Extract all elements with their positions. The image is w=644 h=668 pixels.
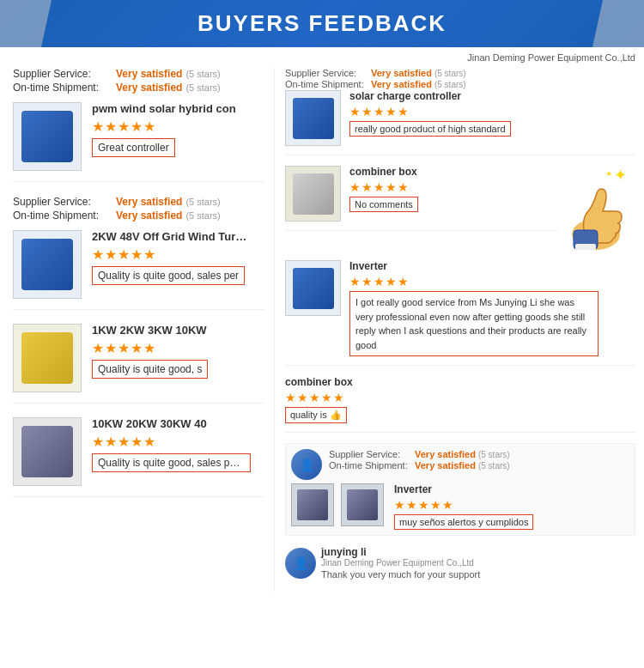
- sub-block-content: 👤 Supplier Service: Very satisfied (5 st…: [291, 449, 629, 480]
- sub-ontime-stars: (5 stars): [478, 461, 510, 471]
- user-company: Jinan Deming Power Equipment Co.,Ltd: [321, 558, 480, 568]
- ribbon-right: [592, 0, 644, 47]
- user-info: junying li Jinan Deming Power Equipment …: [321, 546, 480, 580]
- product-title-2: 2KW 48V Off Grid Wind Turbin: [92, 230, 251, 243]
- sub-supplier-stars: (5 stars): [478, 450, 510, 459]
- service-row-supplier-1: Supplier Service: Very satisfied (5 star…: [13, 68, 265, 80]
- r-product-img-inner-3: [293, 268, 334, 309]
- product-stars-1: ★★★★★: [92, 118, 265, 135]
- right-feedback-block-2-wrapper: combiner box ★★★★★ No comments ✦ ✦: [285, 166, 635, 260]
- r-supplier-stars-1: (5 stars): [434, 69, 466, 78]
- r-product-comment-3: I got really good service from Ms Junyin…: [349, 291, 598, 356]
- product-row-4: 10KW 20KW 30KW 40 ★★★★★ Quality is quite…: [13, 417, 265, 486]
- product-img-inner-3: [21, 332, 73, 384]
- r-product-stars-4: ★★★★★: [285, 391, 635, 404]
- product-comment-1: Great controller: [92, 138, 175, 157]
- r-product-image-3: [285, 260, 341, 316]
- product-stars-3: ★★★★★: [92, 340, 265, 356]
- sub-product-title: Inverter: [394, 483, 533, 495]
- r-ontime-stars-1: (5 stars): [434, 80, 466, 89]
- avatar-circle: 👤: [291, 449, 322, 480]
- supplier-stars-2: (5 stars): [185, 197, 220, 207]
- sub-ontime-label: On-time Shipment:: [329, 460, 415, 471]
- product-stars-4: ★★★★★: [92, 434, 265, 450]
- user-row: 👤 junying li Jinan Deming Power Equipmen…: [285, 543, 635, 583]
- r-product-image-2: [285, 166, 341, 222]
- r-product-title-4: combiner box: [285, 376, 635, 388]
- r-product-comment-1: really good product of high standard: [349, 121, 511, 137]
- product-title-1: pwm wind solar hybrid con: [92, 102, 251, 115]
- product-image-1: [13, 102, 82, 171]
- sub-service-row-supplier: Supplier Service: Very satisfied (5 star…: [329, 449, 629, 459]
- feedback-block-1: Supplier Service: Very satisfied (5 star…: [13, 68, 265, 182]
- r-product-info-3: Inverter ★★★★★ I got really good service…: [349, 260, 635, 356]
- ontime-value-2: Very satisfied: [116, 210, 182, 222]
- product-comment-3: Quality is quite good, s: [92, 360, 208, 379]
- right-feedback-block-3: Inverter ★★★★★ I got really good service…: [285, 260, 635, 366]
- r-supplier-label-1: Supplier Service:: [285, 68, 371, 78]
- ontime-stars-1: (5 stars): [185, 82, 220, 93]
- feedback-block-2: Supplier Service: Very satisfied (5 star…: [13, 196, 265, 310]
- r-product-info-1: solar charge controller ★★★★★ really goo…: [349, 90, 635, 137]
- product-img-inner-4: [21, 426, 73, 477]
- sub-block-wrapper: 👤 Supplier Service: Very satisfied (5 st…: [285, 443, 635, 536]
- feedback-block-3: 1KW 2KW 3KW 10KW ★★★★★ Quality is quite …: [13, 324, 265, 404]
- r-product-comment-4: quality is 👍: [285, 407, 347, 423]
- page-title: BUYERS FEEDBACK: [197, 10, 447, 36]
- r-supplier-value-1: Very satisfied: [371, 68, 432, 78]
- ontime-value-1: Very satisfied: [116, 82, 182, 94]
- product-image-2: [13, 230, 82, 299]
- product-row-2: 2KW 48V Off Grid Wind Turbin ★★★★★ Quali…: [13, 230, 265, 299]
- sub-product-img-2: [341, 483, 384, 526]
- service-row-ontime-2: On-time Shipment: Very satisfied (5 star…: [13, 210, 265, 222]
- r-product-row-2: combiner box ★★★★★ No comments: [285, 166, 558, 222]
- product-info-4: 10KW 20KW 30KW 40 ★★★★★ Quality is quite…: [92, 417, 265, 475]
- supplier-label-2: Supplier Service:: [13, 196, 116, 208]
- sub-product-comment: muy seños alertos y cumplidos: [394, 514, 533, 530]
- product-stars-2: ★★★★★: [92, 246, 265, 263]
- r-product-stars-3: ★★★★★: [349, 275, 635, 288]
- user-name: junying li: [321, 546, 480, 558]
- right-column: Supplier Service: Very satisfied (5 star…: [275, 68, 644, 592]
- supplier-label-1: Supplier Service:: [13, 68, 116, 80]
- r-product-title-2: combiner box: [349, 166, 558, 178]
- r-product-row-3: Inverter ★★★★★ I got really good service…: [285, 260, 635, 356]
- product-comment-2: Quality is quite good, sales per: [92, 266, 245, 285]
- sub-product-img-1: [291, 483, 334, 526]
- sub-product-row: Inverter ★★★★★ muy seños alertos y cumpl…: [291, 483, 629, 530]
- feedback-block-4: 10KW 20KW 30KW 40 ★★★★★ Quality is quite…: [13, 417, 265, 497]
- r-service-row-ontime-1: On-time Shipment: Very satisfied (5 star…: [285, 79, 635, 89]
- sub-supplier-value: Very satisfied: [415, 449, 476, 459]
- r-product-stars-1: ★★★★★: [349, 105, 635, 118]
- product-title-3: 1KW 2KW 3KW 10KW: [92, 324, 251, 337]
- svg-rect-5: [575, 244, 596, 250]
- sub-ontime-value: Very satisfied: [415, 460, 476, 471]
- ribbon-left: [0, 0, 52, 47]
- ontime-stars-2: (5 stars): [185, 210, 220, 221]
- bottom-right-section: combiner box ★★★★★ quality is 👍 👤 Suppli…: [285, 376, 635, 583]
- supplier-value-1: Very satisfied: [116, 68, 182, 80]
- r-ontime-label-1: On-time Shipment:: [285, 79, 371, 89]
- thumbs-illustration: ✦ ✦: [558, 166, 635, 260]
- ontime-label-2: On-time Shipment:: [13, 210, 116, 222]
- left-column: Supplier Service: Very satisfied (5 star…: [0, 68, 275, 592]
- product-row-1: pwm wind solar hybrid con ★★★★★ Great co…: [13, 102, 265, 171]
- sub-service-row-ontime: On-time Shipment: Very satisfied (5 star…: [329, 460, 629, 471]
- page-header: BUYERS FEEDBACK Jinan Deming Power Equip…: [0, 0, 644, 47]
- r-product-img-inner-2: [293, 173, 334, 215]
- supplier-value-2: Very satisfied: [116, 196, 182, 208]
- product-info-3: 1KW 2KW 3KW 10KW ★★★★★ Quality is quite …: [92, 324, 265, 381]
- product-info-2: 2KW 48V Off Grid Wind Turbin ★★★★★ Quali…: [92, 230, 265, 288]
- svg-text:✦: ✦: [614, 170, 627, 184]
- service-row-ontime-1: On-time Shipment: Very satisfied (5 star…: [13, 82, 265, 94]
- sub-product-stars: ★★★★★: [394, 498, 533, 512]
- thumbs-svg: ✦ ✦: [558, 170, 635, 256]
- r-product-info-2: combiner box ★★★★★ No comments: [349, 166, 558, 212]
- r-product-comment-2: No comments: [349, 197, 418, 212]
- supplier-stars-1: (5 stars): [185, 69, 220, 79]
- right-feedback-block-2: combiner box ★★★★★ No comments: [285, 166, 558, 231]
- company-name: Jinan Deming Power Equipment Co.,Ltd: [467, 52, 635, 63]
- user-avatar: 👤: [285, 548, 316, 579]
- product-comment-4: Quality is quite good, sales personnel i…: [92, 453, 251, 472]
- main-container: Supplier Service: Very satisfied (5 star…: [0, 47, 644, 592]
